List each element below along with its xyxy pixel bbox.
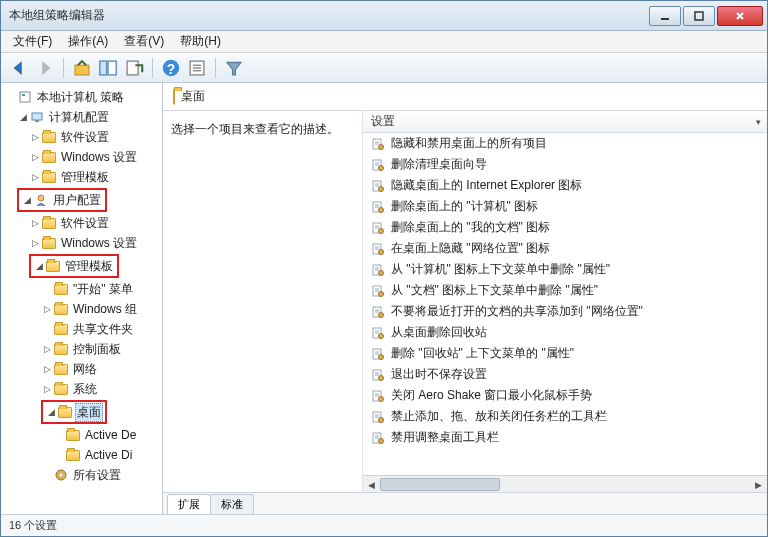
body: 本地计算机 策略 ◢计算机配置 ▷软件设置 ▷Windows 设置 ▷管理模板 … xyxy=(1,83,767,514)
svg-point-28 xyxy=(379,165,384,170)
settings-list[interactable]: 隐藏和禁用桌面上的所有项目删除清理桌面向导隐藏桌面上的 Internet Exp… xyxy=(363,133,767,475)
svg-rect-14 xyxy=(20,92,30,102)
setting-icon xyxy=(371,158,385,172)
tree-uc-windows[interactable]: ▷Windows 设置 xyxy=(3,233,160,253)
svg-point-52 xyxy=(379,291,384,296)
tab-standard[interactable]: 标准 xyxy=(210,494,254,514)
back-button[interactable] xyxy=(7,56,31,80)
toolbar-separator xyxy=(152,58,153,78)
svg-point-20 xyxy=(60,474,63,477)
tree-control-panel[interactable]: ▷控制面板 xyxy=(3,339,160,359)
setting-row[interactable]: 删除清理桌面向导 xyxy=(363,154,767,175)
view-tabs: 扩展 标准 xyxy=(163,492,767,514)
horizontal-scrollbar[interactable]: ◀ ▶ xyxy=(363,475,767,492)
setting-row[interactable]: 退出时不保存设置 xyxy=(363,364,767,385)
tree-root[interactable]: 本地计算机 策略 xyxy=(3,87,160,107)
tree-cc-software[interactable]: ▷软件设置 xyxy=(3,127,160,147)
tree-sidebar[interactable]: 本地计算机 策略 ◢计算机配置 ▷软件设置 ▷Windows 设置 ▷管理模板 … xyxy=(1,83,163,514)
setting-row[interactable]: 在桌面上隐藏 "网络位置" 图标 xyxy=(363,238,767,259)
description-text: 选择一个项目来查看它的描述。 xyxy=(171,122,339,136)
tree-active-de[interactable]: Active De xyxy=(3,425,160,445)
computer-icon xyxy=(29,110,45,124)
svg-rect-17 xyxy=(35,120,39,122)
properties-button[interactable] xyxy=(185,56,209,80)
gear-icon xyxy=(53,468,69,482)
setting-row[interactable]: 从 "计算机" 图标上下文菜单中删除 "属性" xyxy=(363,259,767,280)
highlight-admin-templates: ◢管理模板 xyxy=(29,254,119,278)
menu-view[interactable]: 查看(V) xyxy=(116,31,172,52)
show-hide-tree-button[interactable] xyxy=(96,56,120,80)
folder-icon xyxy=(41,132,57,143)
description-pane: 选择一个项目来查看它的描述。 xyxy=(163,111,363,492)
forward-button[interactable] xyxy=(33,56,57,80)
tree-all-settings[interactable]: 所有设置 xyxy=(3,465,160,485)
tree-user-config[interactable]: ◢用户配置 xyxy=(21,190,103,210)
close-button[interactable] xyxy=(717,6,763,26)
setting-icon xyxy=(371,305,385,319)
setting-row[interactable]: 禁用调整桌面工具栏 xyxy=(363,427,767,448)
column-header-settings[interactable]: 设置 ▾ xyxy=(363,111,767,133)
folder-icon xyxy=(65,450,81,461)
tree-shared-folders[interactable]: 共享文件夹 xyxy=(3,319,160,339)
window-controls xyxy=(647,6,763,26)
tree-desktop[interactable]: ◢桌面 xyxy=(45,402,103,422)
folder-icon xyxy=(173,90,175,104)
setting-icon xyxy=(371,431,385,445)
setting-row[interactable]: 删除桌面上的 "我的文档" 图标 xyxy=(363,217,767,238)
tree-computer-config[interactable]: ◢计算机配置 xyxy=(3,107,160,127)
tree-windows-components[interactable]: ▷Windows 组 xyxy=(3,299,160,319)
setting-row[interactable]: 从 "文档" 图标上下文菜单中删除 "属性" xyxy=(363,280,767,301)
setting-icon xyxy=(371,284,385,298)
app-window: 本地组策略编辑器 文件(F) 操作(A) 查看(V) 帮助(H) ? 本地计算机… xyxy=(0,0,768,537)
scroll-right-button[interactable]: ▶ xyxy=(750,476,767,493)
menubar: 文件(F) 操作(A) 查看(V) 帮助(H) xyxy=(1,31,767,53)
svg-point-80 xyxy=(379,438,384,443)
scroll-left-button[interactable]: ◀ xyxy=(363,476,380,493)
setting-label: 隐藏和禁用桌面上的所有项目 xyxy=(391,135,547,152)
setting-row[interactable]: 删除桌面上的 "计算机" 图标 xyxy=(363,196,767,217)
folder-icon xyxy=(53,284,69,295)
svg-point-68 xyxy=(379,375,384,380)
titlebar: 本地组策略编辑器 xyxy=(1,1,767,31)
svg-rect-6 xyxy=(108,61,116,75)
chevron-down-icon: ▾ xyxy=(756,117,761,127)
setting-row[interactable]: 隐藏和禁用桌面上的所有项目 xyxy=(363,133,767,154)
tree-network[interactable]: ▷网络 xyxy=(3,359,160,379)
tree-cc-windows[interactable]: ▷Windows 设置 xyxy=(3,147,160,167)
user-icon xyxy=(33,193,49,207)
up-button[interactable] xyxy=(70,56,94,80)
export-list-button[interactable] xyxy=(122,56,146,80)
folder-icon xyxy=(57,407,73,418)
setting-row[interactable]: 关闭 Aero Shake 窗口最小化鼠标手势 xyxy=(363,385,767,406)
svg-point-76 xyxy=(379,417,384,422)
maximize-button[interactable] xyxy=(683,6,715,26)
tree-start-menu[interactable]: "开始" 菜单 xyxy=(3,279,160,299)
setting-row[interactable]: 删除 "回收站" 上下文菜单的 "属性" xyxy=(363,343,767,364)
tree-uc-admin[interactable]: ◢管理模板 xyxy=(33,256,115,276)
setting-label: 删除桌面上的 "我的文档" 图标 xyxy=(391,219,550,236)
minimize-button[interactable] xyxy=(649,6,681,26)
folder-icon xyxy=(53,384,69,395)
folder-icon xyxy=(45,261,61,272)
svg-point-36 xyxy=(379,207,384,212)
help-button[interactable]: ? xyxy=(159,56,183,80)
menu-file[interactable]: 文件(F) xyxy=(5,31,60,52)
setting-row[interactable]: 从桌面删除回收站 xyxy=(363,322,767,343)
setting-row[interactable]: 禁止添加、拖、放和关闭任务栏的工具栏 xyxy=(363,406,767,427)
setting-icon xyxy=(371,221,385,235)
menu-action[interactable]: 操作(A) xyxy=(60,31,116,52)
tree-cc-admin[interactable]: ▷管理模板 xyxy=(3,167,160,187)
tree-system[interactable]: ▷系统 xyxy=(3,379,160,399)
toolbar: ? xyxy=(1,53,767,83)
tree-active-di[interactable]: Active Di xyxy=(3,445,160,465)
setting-label: 关闭 Aero Shake 窗口最小化鼠标手势 xyxy=(391,387,592,404)
folder-icon xyxy=(53,304,69,315)
setting-row[interactable]: 不要将最近打开的文档的共享添加到 "网络位置" xyxy=(363,301,767,322)
setting-label: 从 "计算机" 图标上下文菜单中删除 "属性" xyxy=(391,261,610,278)
filter-button[interactable] xyxy=(222,56,246,80)
scrollbar-thumb[interactable] xyxy=(380,478,500,491)
tree-uc-software[interactable]: ▷软件设置 xyxy=(3,213,160,233)
setting-row[interactable]: 隐藏桌面上的 Internet Explorer 图标 xyxy=(363,175,767,196)
tab-extended[interactable]: 扩展 xyxy=(167,494,211,514)
menu-help[interactable]: 帮助(H) xyxy=(172,31,229,52)
